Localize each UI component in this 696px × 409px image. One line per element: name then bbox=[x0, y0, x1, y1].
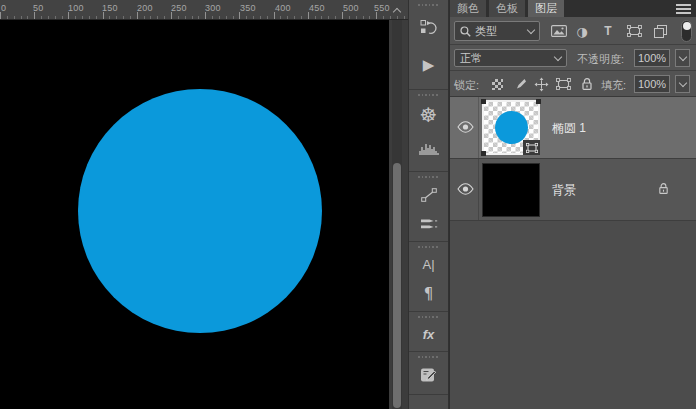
ruler-label: 50 bbox=[33, 3, 43, 13]
tab-layers[interactable]: 图层 bbox=[528, 0, 564, 17]
actions-panel-icon[interactable]: ▶ bbox=[409, 46, 448, 84]
ruler-label: 550 bbox=[374, 3, 390, 13]
layer-filter-row: 类型 ◑ T bbox=[450, 17, 696, 45]
ellipse-shape[interactable] bbox=[78, 89, 322, 333]
ruler-label: 100 bbox=[68, 3, 84, 13]
layer-filter-toggle[interactable] bbox=[681, 20, 692, 42]
dock-group: ☸ bbox=[409, 90, 448, 172]
lock-all-icon[interactable] bbox=[578, 77, 595, 91]
search-icon bbox=[460, 26, 471, 37]
lock-image-pixels-icon[interactable] bbox=[511, 77, 528, 91]
layer-list: 椭圆 1 背景 bbox=[450, 97, 696, 409]
chevron-down-icon bbox=[554, 52, 562, 60]
dock-group: ▶ bbox=[409, 0, 448, 90]
checkerboard-icon bbox=[492, 79, 503, 90]
dock-drag-handle[interactable] bbox=[418, 94, 440, 96]
opacity-value-field[interactable]: 100% bbox=[634, 49, 670, 67]
scrollbar-up-arrow-icon[interactable] bbox=[390, 2, 404, 18]
dock-group: A| ¶ bbox=[409, 242, 448, 312]
layer-name[interactable]: 背景 bbox=[552, 181, 576, 198]
lock-artboard-icon[interactable] bbox=[555, 77, 572, 91]
document-canvas[interactable] bbox=[0, 20, 389, 409]
ruler-label: 400 bbox=[275, 3, 291, 13]
character-panel-icon[interactable]: A| bbox=[409, 250, 448, 279]
chevron-down-icon bbox=[678, 78, 686, 86]
dock-drag-handle[interactable] bbox=[418, 316, 440, 318]
styles-panel-icon[interactable]: fx bbox=[409, 320, 448, 348]
layer-name[interactable]: 椭圆 1 bbox=[552, 119, 586, 136]
blend-opacity-row: 正常 不透明度: 100% bbox=[450, 45, 696, 71]
filter-type-layers-icon[interactable]: T bbox=[599, 23, 617, 39]
blend-mode-dropdown[interactable]: 正常 bbox=[454, 49, 567, 67]
ship-wheel-icon: ☸ bbox=[420, 103, 438, 127]
visibility-eye-icon[interactable] bbox=[457, 181, 474, 199]
clone-source-panel-icon[interactable] bbox=[409, 360, 448, 390]
opacity-label[interactable]: 不透明度: bbox=[577, 52, 624, 67]
character-glyph: A| bbox=[422, 257, 434, 272]
ruler-label: 450 bbox=[309, 3, 325, 13]
pilcrow-icon: ¶ bbox=[424, 285, 434, 303]
play-icon: ▶ bbox=[423, 56, 435, 74]
layer-locked-icon bbox=[658, 181, 669, 199]
brush-panel-icon[interactable] bbox=[409, 209, 448, 238]
dock-drag-handle[interactable] bbox=[418, 246, 440, 248]
panel-tab-bar: 颜色 色板 图层 bbox=[450, 0, 696, 17]
lock-transparency-icon[interactable] bbox=[489, 77, 506, 91]
background-layer-thumbnail[interactable] bbox=[482, 163, 540, 217]
navigator-panel-icon[interactable]: ☸ bbox=[409, 98, 448, 132]
panel-dock: ▶ ☸ A| ¶ bbox=[408, 0, 449, 409]
visibility-eye-icon[interactable] bbox=[457, 119, 474, 137]
histogram-panel-icon[interactable] bbox=[409, 132, 448, 166]
paragraph-panel-icon[interactable]: ¶ bbox=[409, 279, 448, 308]
layer-row-ellipse[interactable]: 椭圆 1 bbox=[450, 97, 696, 159]
dock-drag-handle[interactable] bbox=[418, 356, 440, 358]
opacity-dropdown-button[interactable] bbox=[675, 49, 690, 67]
tab-color[interactable]: 颜色 bbox=[450, 0, 486, 17]
filter-shape-layers-icon[interactable] bbox=[625, 23, 643, 39]
dock-drag-handle[interactable] bbox=[418, 176, 440, 178]
chevron-down-icon bbox=[678, 52, 686, 60]
ruler-label: 0 bbox=[1, 3, 6, 13]
tab-swatches[interactable]: 色板 bbox=[489, 0, 525, 17]
thumbnail-corner-mark bbox=[536, 99, 541, 104]
ruler-label: 300 bbox=[205, 3, 221, 13]
half-circle-icon: ◑ bbox=[576, 24, 587, 39]
thumbnail-corner-mark bbox=[481, 99, 486, 104]
layer-row-background[interactable]: 背景 bbox=[450, 159, 696, 221]
ruler-label: 150 bbox=[102, 3, 118, 13]
ruler-label: 250 bbox=[171, 3, 187, 13]
thumbnail-corner-mark bbox=[481, 151, 486, 156]
filter-adjustment-layers-icon[interactable]: ◑ bbox=[573, 23, 591, 39]
fx-icon: fx bbox=[423, 327, 435, 342]
vertical-scrollbar[interactable] bbox=[392, 20, 402, 409]
ruler-label: 200 bbox=[137, 3, 153, 13]
type-T-icon: T bbox=[604, 24, 611, 38]
lock-label: 锁定: bbox=[454, 78, 479, 93]
shape-layer-thumbnail[interactable] bbox=[482, 100, 540, 155]
lock-fill-row: 锁定: 填充: 100% bbox=[450, 71, 696, 97]
dock-group bbox=[409, 352, 448, 395]
scrollbar-thumb[interactable] bbox=[393, 163, 401, 408]
photoshop-workspace: 0 50 100 150 200 250 300 350 400 450 500… bbox=[0, 0, 696, 409]
history-panel-icon[interactable] bbox=[409, 8, 448, 46]
fill-value-field[interactable]: 100% bbox=[634, 75, 670, 93]
fill-dropdown-button[interactable] bbox=[675, 75, 690, 93]
info-panel-icon[interactable] bbox=[409, 180, 448, 209]
filter-smart-objects-icon[interactable] bbox=[651, 23, 669, 39]
panel-menu-icon[interactable] bbox=[676, 4, 691, 16]
ruler-label: 500 bbox=[343, 3, 359, 13]
vector-mask-badge-icon[interactable] bbox=[523, 140, 540, 155]
layers-panel: 颜色 色板 图层 类型 ◑ T bbox=[449, 0, 696, 409]
fill-label[interactable]: 填充: bbox=[601, 78, 626, 93]
filter-type-dropdown[interactable]: 类型 bbox=[454, 21, 540, 41]
blend-mode-value: 正常 bbox=[460, 51, 482, 66]
filter-type-label: 类型 bbox=[475, 24, 497, 39]
filter-pixel-layers-icon[interactable] bbox=[550, 23, 568, 39]
dock-group: fx bbox=[409, 312, 448, 352]
horizontal-ruler[interactable]: 0 50 100 150 200 250 300 350 400 450 500… bbox=[0, 0, 408, 20]
dock-drag-handle[interactable] bbox=[418, 4, 440, 6]
ruler-label: 350 bbox=[240, 3, 256, 13]
toggle-knob-icon bbox=[683, 22, 691, 30]
lock-position-icon[interactable] bbox=[533, 77, 550, 91]
chevron-down-icon bbox=[527, 25, 535, 33]
